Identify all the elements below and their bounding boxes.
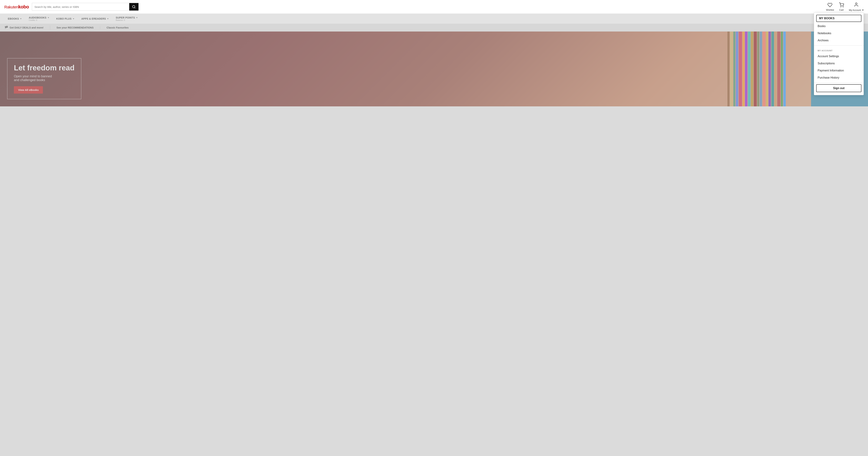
nav-item-kobo-plus-row: KOBO PLUS bbox=[56, 17, 74, 20]
wishlist-link[interactable]: Wishlist bbox=[826, 2, 834, 11]
search-input[interactable] bbox=[32, 3, 129, 10]
hero-background bbox=[0, 32, 811, 106]
promo-item-deals[interactable]: 🏴 Get DAILY DEALS and more! bbox=[4, 26, 50, 30]
search-icon bbox=[132, 5, 135, 8]
my-account-wrapper: My Account MY BOOKS Books Notebooks Arch… bbox=[849, 2, 864, 11]
my-account-section-label: MY ACCOUNT bbox=[814, 47, 864, 53]
nav-item-audiobooks[interactable]: AUDIOBOOKS Credits: 0 bbox=[25, 14, 53, 24]
content-area: Let freedom read Open your mind to banne… bbox=[0, 32, 868, 106]
cart-label: Cart bbox=[839, 8, 844, 11]
hero-title: Let freedom read bbox=[14, 64, 74, 72]
nav-chevron-audiobooks bbox=[48, 17, 49, 18]
cart-icon bbox=[839, 2, 844, 8]
nav-item-audiobooks-row: AUDIOBOOKS bbox=[29, 16, 49, 19]
account-dropdown-menu: MY BOOKS Books Notebooks Archives MY ACC… bbox=[814, 12, 864, 95]
nav-chevron-ebooks bbox=[20, 18, 22, 19]
dropdown-item-subscriptions[interactable]: Subscriptions bbox=[814, 60, 864, 67]
my-books-active-item[interactable]: MY BOOKS bbox=[816, 15, 861, 22]
nav-item-apps-row: APPS & eREADERS bbox=[81, 17, 108, 20]
sign-out-button[interactable]: Sign out bbox=[816, 84, 861, 92]
nav-item-super-points[interactable]: SUPER POINTS Balance: 0 bbox=[112, 14, 141, 24]
svg-line-1 bbox=[134, 7, 135, 8]
view-all-ebooks-button[interactable]: View All eBooks bbox=[14, 86, 43, 93]
nav-chevron-apps bbox=[107, 18, 108, 19]
cart-link[interactable]: Cart bbox=[839, 2, 844, 11]
nav-item-apps[interactable]: APPS & eREADERS bbox=[78, 15, 112, 23]
dropdown-item-purchase-history[interactable]: Purchase History bbox=[814, 74, 864, 81]
dropdown-item-notebooks[interactable]: Notebooks bbox=[814, 30, 864, 37]
wishlist-label: Wishlist bbox=[826, 8, 834, 11]
nav-item-super-points-row: SUPER POINTS bbox=[116, 16, 137, 19]
promo-bar: 🏴 Get DAILY DEALS and more! See your REC… bbox=[0, 24, 868, 32]
search-button[interactable] bbox=[129, 3, 138, 10]
hero-frame: Let freedom read Open your mind to banne… bbox=[7, 58, 81, 99]
hero-content: Let freedom read Open your mind to banne… bbox=[7, 58, 81, 99]
dropdown-item-account-settings[interactable]: Account Settings bbox=[814, 53, 864, 60]
account-icon bbox=[854, 2, 859, 8]
svg-point-2 bbox=[841, 7, 841, 7]
my-account-label: My Account bbox=[849, 9, 864, 11]
hero-section: Let freedom read Open your mind to banne… bbox=[0, 32, 811, 106]
main-navbar: eBOOKS AUDIOBOOKS Credits: 0 KOBO PLUS A… bbox=[0, 14, 868, 24]
nav-item-ebooks-row: eBOOKS bbox=[8, 17, 22, 20]
nav-item-ebooks[interactable]: eBOOKS bbox=[4, 15, 25, 23]
hero-bookshelf bbox=[725, 32, 797, 106]
site-header: Rakutenkobo Wishlist bbox=[0, 0, 868, 14]
chevron-down-icon bbox=[862, 10, 864, 11]
header-actions: Wishlist Cart My Account bbox=[826, 2, 864, 11]
logo-text: Rakutenkobo bbox=[4, 4, 29, 10]
promo-item-recommendations[interactable]: See your RECOMMENDATIONS bbox=[57, 26, 100, 29]
svg-point-4 bbox=[856, 3, 857, 4]
svg-point-3 bbox=[843, 7, 843, 7]
search-bar[interactable] bbox=[32, 3, 138, 11]
nav-chevron-super-points bbox=[136, 17, 137, 18]
flag-icon: 🏴 bbox=[4, 26, 8, 30]
heart-icon bbox=[828, 2, 832, 8]
promo-item-classics[interactable]: Classic Favourites bbox=[106, 26, 135, 29]
dropdown-item-books[interactable]: Books bbox=[814, 23, 864, 30]
dropdown-divider-2 bbox=[814, 83, 864, 83]
my-account-button[interactable]: My Account bbox=[849, 2, 864, 11]
nav-item-kobo-plus[interactable]: KOBO PLUS bbox=[53, 15, 78, 23]
nav-chevron-kobo-plus bbox=[73, 18, 74, 19]
dropdown-item-payment[interactable]: Payment Information bbox=[814, 67, 864, 74]
hero-subtitle: Open your mind to bannedand challenged b… bbox=[14, 75, 74, 82]
site-logo[interactable]: Rakutenkobo bbox=[4, 4, 29, 10]
dropdown-item-archives[interactable]: Archives bbox=[814, 37, 864, 44]
